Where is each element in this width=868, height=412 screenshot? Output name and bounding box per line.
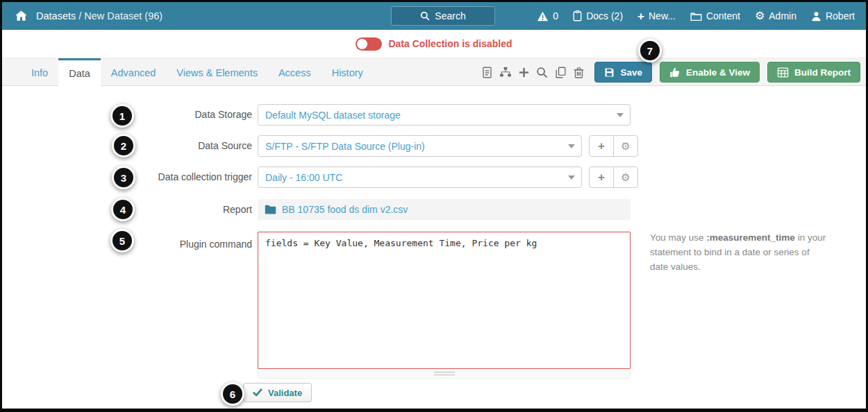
enable-view-label: Enable & View xyxy=(686,67,750,78)
add-data-source-button[interactable]: + xyxy=(589,135,614,157)
enable-view-button[interactable]: Enable & View xyxy=(660,62,760,83)
save-label: Save xyxy=(620,67,642,78)
toggle-knob xyxy=(357,39,367,49)
textarea-resize-handle[interactable] xyxy=(258,369,631,379)
table-icon xyxy=(777,67,789,78)
validate-button[interactable]: Validate xyxy=(243,383,312,402)
gear-icon: ⚙ xyxy=(621,140,630,153)
topbar-left: Datasets / New Dataset (96) xyxy=(15,10,162,22)
new-menu-item[interactable]: + New... xyxy=(637,10,676,22)
person-icon xyxy=(811,11,821,22)
sitemap-icon[interactable] xyxy=(496,67,515,78)
thumbs-up-icon xyxy=(669,67,681,78)
report-file-name: BB 10735 food ds dim v2.csv xyxy=(282,204,408,215)
tab-views-elements[interactable]: Views & Elements xyxy=(166,58,268,85)
docs-label: Docs (2) xyxy=(586,10,623,22)
annotation-step-1: 1 xyxy=(110,104,134,128)
data-source-value: S/FTP - S/FTP Data Source (Plug-in) xyxy=(265,141,425,152)
search-toolbar-icon[interactable] xyxy=(533,67,551,78)
data-source-select[interactable]: S/FTP - S/FTP Data Source (Plug-in) xyxy=(258,135,582,157)
admin-label: Admin xyxy=(769,10,796,22)
data-storage-select[interactable]: Default MySQL dataset storage xyxy=(258,104,631,126)
tabs: Info Data Advanced Views & Elements Acce… xyxy=(21,58,374,85)
gear-icon: ⚙ xyxy=(621,171,630,184)
measurement-time-token: :measurement_time xyxy=(706,232,795,243)
dataset-toolbar: Save Enable & View Build Report xyxy=(478,58,860,86)
configure-trigger-button[interactable]: ⚙ xyxy=(613,166,638,188)
tab-history[interactable]: History xyxy=(322,58,374,85)
data-source-actions: + ⚙ xyxy=(589,135,638,157)
add-icon[interactable] xyxy=(515,67,533,78)
admin-menu-item[interactable]: ⚙ Admin xyxy=(755,10,796,22)
home-icon[interactable] xyxy=(15,10,28,22)
trash-icon[interactable] xyxy=(570,67,587,78)
chevron-down-icon xyxy=(617,113,624,117)
breadcrumb-section[interactable]: Datasets xyxy=(36,10,76,22)
chevron-down-icon xyxy=(568,144,575,148)
build-report-label: Build Report xyxy=(794,67,851,78)
save-button[interactable]: Save xyxy=(594,62,652,83)
trigger-actions: + ⚙ xyxy=(589,166,638,188)
search-icon xyxy=(420,11,430,21)
topbar-menu: 0 Docs (2) + New... Content ⚙ Admin xyxy=(537,2,855,30)
breadcrumb-current: / New Dataset (96) xyxy=(76,10,162,22)
floppy-disk-icon xyxy=(604,67,615,78)
tab-info[interactable]: Info xyxy=(21,58,58,85)
search-button[interactable]: Search xyxy=(391,6,495,26)
build-report-button[interactable]: Build Report xyxy=(767,62,860,83)
content-label: Content xyxy=(706,10,740,22)
status-banner-text: Data Collection is disabled xyxy=(388,38,512,49)
content-menu-item[interactable]: Content xyxy=(690,10,740,22)
clipboard-icon xyxy=(573,10,582,22)
annotation-step-2: 2 xyxy=(112,134,135,157)
annotation-step-3: 3 xyxy=(112,166,135,189)
trigger-value: Daily - 16:00 UTC xyxy=(265,172,342,183)
search-label: Search xyxy=(435,10,465,22)
annotation-step-7: 7 xyxy=(638,39,662,62)
folder-icon xyxy=(690,11,702,22)
annotation-step-5: 5 xyxy=(110,229,134,252)
tab-access[interactable]: Access xyxy=(268,58,322,85)
app-window: Datasets / New Dataset (96) Search 0 Doc… xyxy=(0,0,868,412)
tab-data[interactable]: Data xyxy=(58,58,101,86)
breadcrumb: Datasets / New Dataset (96) xyxy=(36,10,162,22)
data-collection-toggle[interactable] xyxy=(356,37,382,51)
top-navigation-bar: Datasets / New Dataset (96) Search 0 Doc… xyxy=(2,2,866,30)
report-file-link[interactable]: BB 10735 food ds dim v2.csv xyxy=(258,199,631,220)
tab-bar: Info Data Advanced Views & Elements Acce… xyxy=(2,58,866,86)
check-icon xyxy=(253,388,262,397)
docs-menu-item[interactable]: Docs (2) xyxy=(573,10,623,22)
alerts-count: 0 xyxy=(553,10,558,22)
new-label: New... xyxy=(649,10,676,22)
status-banner: Data Collection is disabled xyxy=(2,30,866,58)
validate-label: Validate xyxy=(268,388,302,398)
add-trigger-button[interactable]: + xyxy=(589,166,614,188)
user-label: Robert xyxy=(826,10,855,22)
data-storage-value: Default MySQL dataset storage xyxy=(265,110,401,121)
document-icon[interactable] xyxy=(478,67,496,78)
copy-icon[interactable] xyxy=(551,67,570,78)
plugin-command-textarea[interactable]: fields = Key Value, Measurement Time, Pr… xyxy=(258,232,631,369)
chevron-down-icon xyxy=(568,175,575,180)
annotation-step-6: 6 xyxy=(221,382,244,406)
user-menu-item[interactable]: Robert xyxy=(811,10,855,22)
plus-icon: + xyxy=(637,10,644,22)
annotation-step-4: 4 xyxy=(111,198,135,221)
gear-icon: ⚙ xyxy=(755,10,765,22)
grip-lines xyxy=(434,372,455,375)
plugin-command-help: You may use :measurement_time in your st… xyxy=(650,231,828,275)
folder-icon xyxy=(265,205,276,214)
configure-data-source-button[interactable]: ⚙ xyxy=(613,135,638,157)
tab-advanced[interactable]: Advanced xyxy=(101,58,167,85)
warning-triangle-icon xyxy=(537,11,549,22)
trigger-select[interactable]: Daily - 16:00 UTC xyxy=(258,166,582,188)
alerts-menu-item[interactable]: 0 xyxy=(537,10,558,22)
